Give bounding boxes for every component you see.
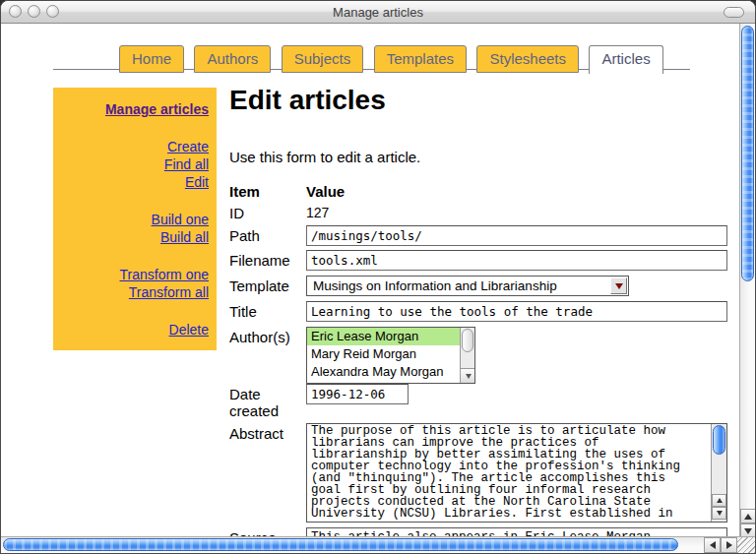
author-option[interactable]: Mary Reid Morgan: [307, 345, 474, 363]
abstract-text: The purpose of this article is to articu…: [311, 425, 707, 520]
sidebar-link-transform-all[interactable]: Transform all: [59, 283, 209, 301]
path-label: Path: [229, 225, 306, 244]
select-dropdown-button[interactable]: [610, 277, 627, 294]
textarea-scroll-arrows: [712, 494, 727, 520]
tab-subjects[interactable]: Subjects: [282, 45, 364, 73]
form-row-path: Path: [229, 225, 727, 246]
form-row-id: ID 127: [229, 203, 727, 221]
tab-home[interactable]: Home: [119, 45, 184, 73]
textarea-scroll-up-button[interactable]: [712, 494, 726, 507]
date-created-input[interactable]: [306, 384, 409, 404]
vertical-scrollbar[interactable]: [739, 24, 755, 538]
id-label: ID: [229, 203, 306, 221]
window-resize-grip[interactable]: [737, 537, 756, 553]
tab-templates[interactable]: Templates: [374, 45, 467, 73]
scroll-left-button[interactable]: [704, 537, 721, 553]
arrow-up-icon: [717, 498, 723, 503]
scroll-up-button[interactable]: [740, 509, 756, 523]
tab-stylesheets[interactable]: Stylesheets: [476, 45, 579, 73]
sidebar-link-delete[interactable]: Delete: [59, 321, 209, 339]
sidebar-link-build-one[interactable]: Build one: [59, 211, 209, 228]
horizontal-scroll-arrows: [704, 537, 737, 553]
window-title: Manage articles: [1, 5, 755, 20]
chevron-down-icon: [615, 283, 623, 289]
column-header-item: Item: [229, 181, 306, 200]
author-option[interactable]: Eric Lease Morgan: [307, 328, 474, 345]
template-select[interactable]: Musings on Information and Librarianship: [306, 276, 629, 296]
abstract-label: Abstract: [229, 423, 306, 442]
vertical-scroll-arrows: [740, 509, 756, 538]
form-row-title: Title: [229, 301, 727, 322]
arrow-down-icon: [744, 528, 752, 534]
toolbar-toggle-icon[interactable]: [724, 7, 744, 18]
horizontal-scrollbar[interactable]: [1, 536, 756, 553]
arrow-left-icon: [710, 541, 716, 549]
arrow-down-icon: [466, 374, 472, 379]
template-label: Template: [229, 276, 306, 294]
form-row-date-created: Date created: [229, 384, 727, 419]
sidebar-link-manage-articles[interactable]: Manage articles: [59, 100, 209, 118]
form-row-template: Template Musings on Information and Libr…: [229, 276, 727, 296]
author-option[interactable]: Alexandra May Morgan: [307, 363, 474, 381]
arrow-right-icon: [726, 541, 732, 549]
listbox-scrollbar[interactable]: [460, 328, 474, 383]
form-row-abstract: Abstract The purpose of this article is …: [229, 423, 727, 523]
column-header-value: Value: [306, 181, 383, 200]
title-label: Title: [229, 301, 306, 320]
form-header-row: Item Value: [229, 181, 727, 200]
form-row-authors: Author(s) Eric Lease Morgan Mary Reid Mo…: [229, 327, 727, 384]
sidebar-group: Build one Build all: [59, 211, 209, 246]
sidebar-link-create[interactable]: Create: [59, 138, 209, 155]
sidebar-link-edit[interactable]: Edit: [59, 173, 209, 191]
window-titlebar[interactable]: Manage articles: [1, 1, 755, 24]
page-viewport: Home Authors Subjects Templates Styleshe…: [1, 24, 741, 538]
browser-window: Manage articles Home Authors Subjects Te…: [0, 0, 756, 554]
page-title: Edit articles: [229, 86, 386, 115]
authors-label: Author(s): [229, 327, 306, 345]
form-row-filename: Filename: [229, 250, 727, 271]
vertical-scrollbar-thumb[interactable]: [741, 26, 754, 281]
sidebar-link-build-all[interactable]: Build all: [59, 228, 209, 246]
sidebar-group: Delete: [59, 321, 209, 339]
arrow-down-icon: [717, 511, 723, 516]
abstract-textarea[interactable]: The purpose of this article is to articu…: [306, 423, 727, 523]
intro-text: Use this form to edit a article.: [229, 149, 420, 165]
sidebar-link-transform-one[interactable]: Transform one: [59, 266, 209, 283]
sidebar-group: Create Find all Edit: [59, 138, 209, 191]
sidebar-link-find-all[interactable]: Find all: [59, 155, 209, 173]
date-created-label: Date created: [229, 384, 306, 419]
template-selected-value: Musings on Information and Librarianship: [307, 278, 609, 293]
filename-input[interactable]: [306, 250, 727, 271]
listbox-scrollbar-thumb[interactable]: [462, 329, 473, 352]
filename-label: Filename: [229, 250, 306, 269]
edit-article-form: Item Value ID 127 Path Filename Template…: [229, 181, 727, 538]
textarea-scrollbar[interactable]: [711, 424, 726, 522]
sidebar-group: Transform one Transform all: [59, 266, 209, 301]
sidebar: Manage articles Create Find all Edit Bui…: [53, 88, 217, 350]
path-input[interactable]: [306, 225, 727, 246]
tab-bar: Home Authors Subjects Templates Styleshe…: [119, 45, 669, 74]
id-value: 127: [306, 203, 329, 220]
horizontal-scrollbar-thumb[interactable]: [3, 538, 678, 551]
arrow-up-icon: [744, 514, 752, 520]
scroll-right-button[interactable]: [721, 537, 737, 553]
textarea-scroll-down-button[interactable]: [712, 507, 726, 520]
sidebar-group: Manage articles: [59, 100, 209, 118]
tab-articles[interactable]: Articles: [589, 45, 662, 74]
authors-listbox[interactable]: Eric Lease Morgan Mary Reid Morgan Alexa…: [306, 327, 475, 384]
title-input[interactable]: [306, 301, 727, 322]
textarea-scrollbar-thumb[interactable]: [713, 425, 725, 455]
listbox-scroll-down-button[interactable]: [461, 368, 475, 383]
tab-authors[interactable]: Authors: [194, 45, 271, 73]
